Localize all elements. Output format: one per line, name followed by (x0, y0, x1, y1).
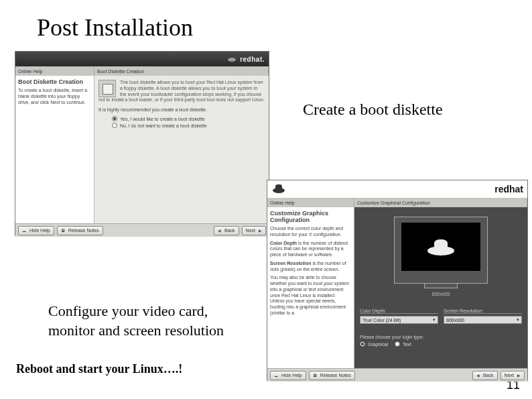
back-label: Back (483, 373, 494, 378)
subhead-page-title: Boot Diskette Creation (94, 66, 269, 76)
installer-header: redhat (267, 180, 527, 198)
color-depth-dropdown[interactable]: True Color (24 Bit) (360, 316, 438, 324)
main-panel: 800x600 Color Depth: True Color (24 Bit)… (354, 207, 527, 368)
help-p2-term: Color Depth (270, 241, 297, 245)
radio-no[interactable] (112, 123, 117, 128)
caption-configure: Configure your video card, monitor and s… (48, 302, 224, 340)
next-button[interactable]: Next (242, 226, 266, 235)
subhead-page-title: Customize Graphical Configuration (354, 198, 527, 207)
login-text-label: Text (403, 342, 411, 347)
installer-footer: 🗕 Hide Help 🗎 Release Notes Back Next (15, 223, 269, 237)
radio-yes[interactable] (112, 116, 117, 121)
screen-res-group: Screen Resolution: 800x600 (444, 308, 522, 324)
notes-icon: 🗎 (61, 228, 66, 233)
installer-header: redhat. (15, 52, 269, 66)
boot-desc: The boot diskette allows you to boot you… (98, 80, 265, 103)
caption-create-boot: Create a boot diskette (303, 101, 443, 119)
redhat-brand: redhat. (240, 56, 265, 63)
caption-line1: Configure your video card, (48, 302, 224, 321)
monitor-base (424, 283, 458, 288)
color-depth-value: True Color (24 Bit) (362, 318, 401, 323)
next-label: Next (246, 228, 255, 233)
radio-no-row[interactable]: No, I do not want to create a boot diske… (112, 123, 265, 128)
hide-help-button[interactable]: 🗕 Hide Help (18, 226, 54, 235)
screen-res-value: 800x600 (446, 318, 464, 323)
caption-line2: monitor and screen resolution (48, 321, 224, 341)
screenshot-boot-diskette: redhat. Online Help Boot Diskette Creati… (15, 51, 269, 236)
caption-reboot: Reboot and start your Linux….! (16, 362, 182, 376)
hide-help-label: Hide Help (281, 373, 302, 378)
redhat-brand: redhat (494, 184, 523, 194)
back-label: Back (224, 228, 235, 233)
login-type-prompt: Please choose your login type: (360, 335, 522, 339)
monitor-screen (401, 223, 480, 271)
fedora-hat-icon (427, 237, 454, 257)
main-panel: The boot diskette allows you to boot you… (94, 76, 269, 223)
installer-subheader: Online Help Customize Graphical Configur… (267, 198, 527, 207)
redhat-hat-icon (226, 54, 237, 64)
release-notes-button[interactable]: 🗎 Release Notes (309, 371, 355, 380)
help-p2: Color Depth is the number of distinct co… (270, 241, 351, 258)
release-notes-label: Release Notes (68, 228, 99, 233)
help-p4: You may also be able to choose whether y… (270, 275, 351, 316)
current-resolution: 800x600 (360, 292, 522, 296)
monitor-preview (394, 217, 488, 284)
boot-recommend: It is highly recommended you create a bo… (98, 107, 265, 112)
help-title: Boot Diskette Creation (18, 78, 91, 85)
login-graphical-label: Graphical (368, 342, 388, 347)
notes-icon: 🗎 (313, 373, 318, 378)
help-title: Customize Graphics Configuration (270, 210, 351, 223)
hide-icon: 🗕 (22, 228, 27, 233)
installer-subheader: Online Help Boot Diskette Creation (15, 66, 269, 76)
release-notes-button[interactable]: 🗎 Release Notes (57, 226, 103, 235)
subhead-online-help: Online Help (15, 66, 94, 76)
next-label: Next (505, 373, 514, 378)
color-depth-label: Color Depth: (360, 308, 438, 314)
hide-help-button[interactable]: 🗕 Hide Help (270, 371, 306, 380)
redhat-hat-icon (271, 183, 286, 195)
help-panel: Boot Diskette Creation To create a boot … (15, 76, 94, 223)
page-icon (98, 80, 116, 97)
help-panel: Customize Graphics Configuration Choose … (267, 207, 354, 368)
screen-res-dropdown[interactable]: 800x600 (444, 316, 522, 324)
screenshot-graphics-config: redhat Online Help Customize Graphical C… (267, 180, 528, 381)
help-p3-term: Screen Resolution (270, 261, 311, 266)
hide-icon: 🗕 (274, 373, 279, 378)
slide-title: Post Installation (37, 13, 193, 42)
back-button[interactable]: Back (214, 226, 239, 235)
help-p3: Screen Resolution is the number of dots … (270, 261, 351, 273)
redhat-logo-left (271, 183, 286, 195)
help-body: To create a boot diskette, insert a blan… (18, 88, 91, 105)
radio-no-label: No, I do not want to create a boot diske… (120, 123, 207, 128)
radio-graphical[interactable] (360, 341, 365, 347)
release-notes-label: Release Notes (320, 373, 351, 378)
installer-footer: 🗕 Hide Help 🗎 Release Notes Back Next (267, 368, 527, 382)
radio-text[interactable] (395, 341, 400, 347)
screen-res-label: Screen Resolution: (444, 308, 522, 314)
login-graphical-row[interactable]: Graphical (360, 341, 388, 347)
color-depth-group: Color Depth: True Color (24 Bit) (360, 308, 438, 324)
back-button[interactable]: Back (472, 371, 498, 380)
subhead-online-help: Online Help (267, 198, 354, 207)
radio-yes-label: Yes, I would like to create a boot diske… (120, 117, 205, 121)
radio-yes-row[interactable]: Yes, I would like to create a boot diske… (112, 116, 265, 121)
help-p1: Choose the correct color depth and resol… (270, 226, 351, 238)
login-text-row[interactable]: Text (395, 341, 411, 347)
next-button[interactable]: Next (501, 371, 525, 380)
hide-help-label: Hide Help (29, 228, 50, 233)
